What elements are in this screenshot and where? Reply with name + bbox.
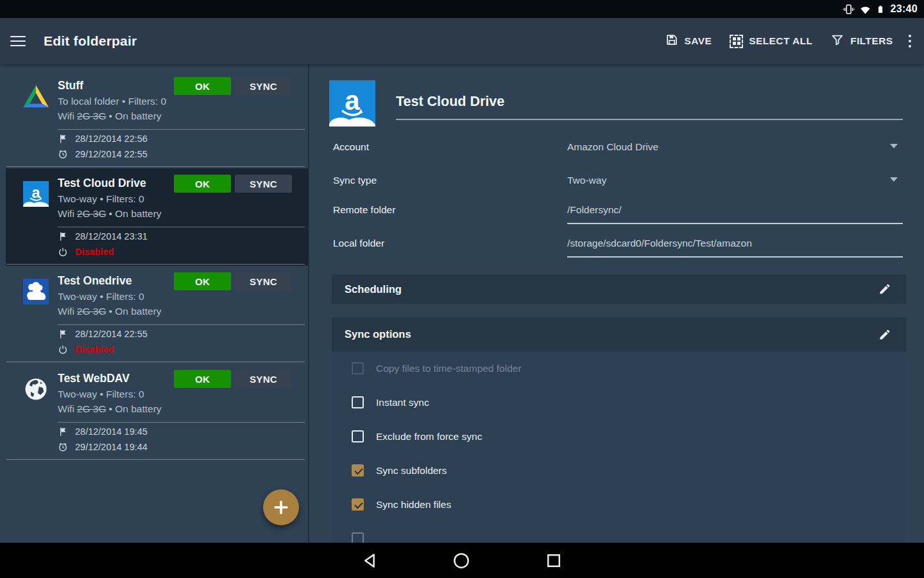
folderpair-item-test-onedrive[interactable]: Test Onedrive Two-way • Filters: 0 Wifi2… — [0, 266, 308, 363]
sync-button[interactable]: SYNC — [235, 77, 292, 95]
back-icon — [361, 551, 380, 570]
select-all-icon — [730, 35, 743, 48]
recents-icon — [544, 551, 563, 570]
edit-scheduling-button[interactable] — [874, 278, 896, 300]
checkbox[interactable] — [352, 532, 364, 543]
app-bar: Edit folderpair SAVE SELECT ALL FILTERS — [0, 18, 924, 64]
folderpair-summary: To local folder • Filters: 0 — [58, 94, 180, 109]
sync-options-card: Sync options Copy files to time-stamped … — [332, 317, 906, 543]
flag-icon — [58, 329, 68, 339]
chevron-down-icon[interactable] — [890, 177, 898, 182]
folderpair-item-test-webdav[interactable]: Test WebDAV Two-way • Filters: 0 Wifi2G … — [0, 363, 308, 461]
divider — [6, 362, 305, 362]
divider — [58, 129, 305, 130]
edit-sync-options-button[interactable] — [874, 324, 896, 346]
folderpair-conditions: Wifi2G 3G• On battery — [58, 206, 180, 221]
folderpair-conditions: Wifi2G 3G• On battery — [58, 304, 180, 319]
overflow-menu-button[interactable] — [903, 28, 917, 54]
onedrive-icon — [23, 279, 49, 304]
ok-button[interactable]: OK — [174, 77, 231, 95]
option-instant-sync[interactable]: Instant sync — [332, 385, 906, 419]
next-sync-time: 29/12/2014 19:44 — [75, 442, 148, 452]
option-exclude-force-sync[interactable]: Exclude from force sync — [332, 419, 906, 453]
sync-button[interactable]: SYNC — [235, 175, 292, 193]
power-icon — [58, 344, 68, 355]
folderpair-item-stuff[interactable]: Stuff To local folder • Filters: 0 Wifi2… — [0, 71, 308, 168]
ok-button[interactable]: OK — [174, 175, 231, 193]
filter-icon — [830, 33, 844, 49]
folderpair-conditions: Wifi2G 3G• On battery — [58, 401, 180, 416]
svg-text:a: a — [32, 184, 41, 201]
checkbox-checked[interactable] — [352, 498, 364, 511]
divider — [6, 459, 305, 460]
back-button[interactable] — [355, 545, 386, 576]
folderpair-item-test-cloud-drive[interactable]: a Test Cloud Drive Two-way • Filters: 0 … — [0, 168, 308, 266]
power-icon — [58, 247, 68, 257]
pencil-icon — [878, 283, 891, 295]
folderpair-name: Test Onedrive — [58, 273, 180, 289]
add-folderpair-button[interactable] — [263, 489, 299, 525]
folderpair-name: Test Cloud Drive — [58, 175, 180, 191]
folderpair-detail: a Test Cloud Drive Account Amazon Cloud … — [309, 64, 924, 543]
select-all-button[interactable]: SELECT ALL — [721, 26, 821, 57]
sync-type-label: Sync type — [333, 173, 377, 188]
status-badge: Disabled — [75, 344, 114, 355]
flag-icon — [58, 426, 68, 437]
save-button[interactable]: SAVE — [656, 26, 721, 57]
sync-type-select[interactable]: Two-way — [567, 173, 606, 188]
input-underline — [567, 223, 903, 224]
option-copy-timestamped[interactable]: Copy files to time-stamped folder — [332, 351, 906, 385]
globe-icon — [23, 376, 49, 402]
alarm-clock-icon — [58, 149, 68, 159]
status-badge: Disabled — [75, 247, 114, 257]
filters-button[interactable]: FILTERS — [821, 26, 902, 57]
option-sync-hidden-files[interactable]: Sync hidden files — [332, 487, 906, 521]
home-icon — [452, 551, 471, 570]
app-bar-actions: SAVE SELECT ALL FILTERS — [656, 26, 916, 57]
ok-button[interactable]: OK — [174, 370, 231, 388]
page-title: Edit folderpair — [44, 33, 137, 49]
plus-icon — [272, 498, 290, 516]
folderpair-summary: Two-way • Filters: 0 — [58, 191, 180, 206]
folderpair-summary: Two-way • Filters: 0 — [58, 289, 180, 304]
divider — [396, 119, 903, 120]
folderpair-name: Test WebDAV — [58, 371, 180, 387]
alarm-clock-icon — [58, 442, 68, 452]
divider — [58, 227, 305, 227]
scheduling-card: Scheduling — [332, 274, 906, 304]
sync-button[interactable]: SYNC — [235, 272, 292, 290]
last-sync-time: 28/12/2014 19:45 — [75, 426, 148, 437]
vibrate-icon — [843, 3, 855, 15]
account-select[interactable]: Amazon Cloud Drive — [567, 140, 658, 154]
input-underline — [567, 256, 903, 258]
flag-icon — [58, 231, 68, 241]
divider — [6, 264, 305, 265]
status-bar: 23:40 — [0, 0, 924, 18]
menu-button[interactable] — [10, 31, 31, 51]
chevron-down-icon[interactable] — [890, 144, 898, 148]
remote-folder-input[interactable]: /Foldersync/ — [567, 203, 621, 217]
sync-button[interactable]: SYNC — [235, 370, 292, 388]
recents-button[interactable] — [538, 545, 569, 576]
last-sync-time: 28/12/2014 22:56 — [75, 134, 148, 144]
flag-icon — [58, 134, 68, 144]
folderpair-name: Stuff — [58, 78, 180, 94]
amazon-cloud-drive-icon: a — [23, 181, 49, 207]
checkbox[interactable] — [352, 362, 364, 374]
local-folder-label: Local folder — [333, 236, 384, 250]
local-folder-input[interactable]: /storage/sdcard0/Foldersync/Test/amazon — [567, 236, 752, 250]
checkbox[interactable] — [352, 430, 364, 442]
divider — [58, 324, 305, 325]
checkbox-checked[interactable] — [352, 464, 364, 477]
option-partially-visible[interactable] — [332, 521, 906, 543]
android-nav-bar — [0, 543, 924, 578]
checkbox[interactable] — [352, 396, 364, 408]
wifi-icon — [859, 4, 871, 15]
home-button[interactable] — [446, 545, 477, 576]
content: Stuff To local folder • Filters: 0 Wifi2… — [0, 64, 924, 543]
divider — [58, 422, 305, 423]
option-sync-subfolders[interactable]: Sync subfolders — [332, 453, 906, 487]
ok-button[interactable]: OK — [174, 272, 231, 290]
folderpair-summary: Two-way • Filters: 0 — [58, 387, 180, 401]
pencil-icon — [878, 328, 891, 341]
